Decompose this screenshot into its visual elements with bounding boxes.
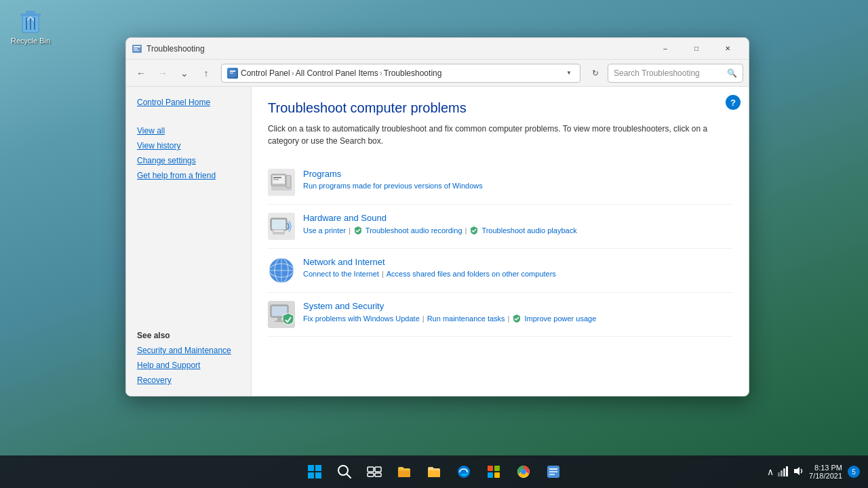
folder-button[interactable] bbox=[420, 458, 448, 485]
network-link-connect[interactable]: Connect to the Internet bbox=[303, 270, 379, 278]
maximize-button[interactable]: □ bbox=[681, 38, 712, 60]
programs-title[interactable]: Programs bbox=[303, 169, 732, 179]
svg-rect-56 bbox=[549, 471, 557, 472]
taskbar: ∧ 8:13 PM 7/ bbox=[0, 455, 868, 488]
edge-icon bbox=[456, 464, 471, 479]
programs-links: Run programs made for previous versions … bbox=[303, 182, 732, 190]
tray-network-icon[interactable] bbox=[778, 466, 789, 479]
programs-link-1[interactable]: Run programs made for previous versions … bbox=[303, 182, 483, 190]
file-explorer-icon bbox=[397, 464, 412, 479]
nav-bar: ← → ⌄ ↑ Control Panel › All Control Pane… bbox=[126, 60, 749, 87]
breadcrumb-all-items[interactable]: All Control Panel Items bbox=[296, 68, 378, 78]
task-view-button[interactable] bbox=[361, 458, 388, 485]
dropdown-button[interactable]: ⌄ bbox=[175, 64, 194, 83]
svg-rect-48 bbox=[488, 466, 493, 471]
network-links: Connect to the Internet | Access shared … bbox=[303, 270, 732, 278]
hardware-link-audio-rec[interactable]: Troubleshoot audio recording bbox=[366, 226, 462, 235]
svg-rect-43 bbox=[368, 473, 374, 476]
desktop: Recycle Bin Troubleshooting – □ ✕ ← → ⌄ … bbox=[0, 0, 868, 488]
sidebar-item-change-settings[interactable]: Change settings bbox=[126, 153, 251, 168]
shield-icon-1 bbox=[353, 226, 363, 235]
network-title[interactable]: Network and Internet bbox=[303, 257, 732, 267]
svg-rect-45 bbox=[398, 470, 410, 477]
svg-rect-36 bbox=[315, 465, 321, 471]
sidebar-item-help-support[interactable]: Help and Support bbox=[126, 358, 251, 373]
svg-rect-41 bbox=[368, 467, 374, 472]
breadcrumb: Control Panel › All Control Panel Items … bbox=[241, 68, 561, 78]
chrome-button[interactable] bbox=[510, 458, 537, 485]
svg-rect-34 bbox=[275, 321, 284, 322]
close-button[interactable]: ✕ bbox=[712, 38, 743, 60]
system-link-windows-update[interactable]: Fix problems with Windows Update bbox=[303, 314, 420, 323]
address-bar[interactable]: Control Panel › All Control Panel Items … bbox=[221, 64, 580, 83]
tray-volume-icon[interactable] bbox=[793, 466, 804, 479]
window-body: Control Panel Home View all View history… bbox=[126, 87, 749, 396]
svg-rect-12 bbox=[230, 73, 233, 74]
search-box[interactable]: 🔍 bbox=[608, 64, 743, 83]
svg-rect-17 bbox=[273, 177, 281, 178]
window-controls: – □ ✕ bbox=[650, 38, 743, 60]
svg-rect-44 bbox=[375, 473, 381, 476]
tray-time[interactable]: 8:13 PM 7/18/2021 bbox=[809, 464, 842, 480]
system-link-maintenance[interactable]: Run maintenance tasks bbox=[427, 314, 505, 323]
network-link-shared[interactable]: Access shared files and folders on other… bbox=[387, 270, 556, 278]
sidebar-divider bbox=[126, 110, 251, 123]
hardware-links: Use a printer | Troubleshoot audio recor… bbox=[303, 226, 732, 235]
hardware-link-audio-play[interactable]: Troubleshoot audio playback bbox=[481, 226, 576, 235]
system-link-power[interactable]: Improve power usage bbox=[524, 314, 596, 323]
sidebar-item-recovery[interactable]: Recovery bbox=[126, 373, 251, 388]
start-button[interactable] bbox=[301, 458, 328, 485]
forward-button[interactable]: → bbox=[153, 64, 172, 83]
taskbar-search[interactable] bbox=[331, 458, 358, 485]
title-bar: Troubleshooting – □ ✕ bbox=[126, 38, 749, 60]
taskbar-center bbox=[301, 458, 567, 485]
minimize-button[interactable]: – bbox=[650, 38, 681, 60]
edge-button[interactable] bbox=[450, 458, 477, 485]
notification-badge[interactable]: 5 bbox=[848, 466, 860, 478]
svg-rect-51 bbox=[494, 472, 500, 478]
svg-rect-2 bbox=[26, 11, 35, 14]
help-button[interactable]: ? bbox=[726, 95, 741, 110]
shield-icon-3 bbox=[512, 314, 521, 323]
svg-rect-38 bbox=[315, 472, 321, 479]
svg-rect-57 bbox=[549, 474, 555, 475]
file-explorer-button[interactable] bbox=[391, 458, 418, 485]
svg-rect-50 bbox=[488, 472, 493, 478]
store-button[interactable] bbox=[480, 458, 507, 485]
sidebar-item-view-all[interactable]: View all bbox=[126, 123, 251, 138]
windows-icon bbox=[307, 464, 323, 480]
tray-chevron[interactable]: ∧ bbox=[767, 466, 774, 477]
app9-button[interactable] bbox=[540, 458, 567, 485]
recycle-bin[interactable]: Recycle Bin bbox=[7, 7, 54, 45]
network-info: Network and Internet Connect to the Inte… bbox=[303, 257, 732, 278]
back-button[interactable]: ← bbox=[132, 64, 151, 83]
chrome-icon bbox=[516, 464, 531, 479]
system-title[interactable]: System and Security bbox=[303, 301, 732, 311]
sidebar-item-control-panel-home[interactable]: Control Panel Home bbox=[126, 95, 251, 110]
sidebar-spacer bbox=[126, 183, 251, 325]
system-links: Fix problems with Windows Update | Run m… bbox=[303, 314, 732, 323]
search-icon[interactable]: 🔍 bbox=[727, 68, 737, 78]
hardware-title[interactable]: Hardware and Sound bbox=[303, 213, 732, 223]
category-system: System and Security Fix problems with Wi… bbox=[268, 293, 732, 337]
up-button[interactable]: ↑ bbox=[197, 64, 216, 83]
svg-rect-9 bbox=[134, 49, 139, 51]
breadcrumb-troubleshooting[interactable]: Troubleshooting bbox=[384, 68, 442, 78]
system-info: System and Security Fix problems with Wi… bbox=[303, 301, 732, 323]
hardware-link-printer[interactable]: Use a printer bbox=[303, 226, 346, 235]
svg-rect-7 bbox=[134, 46, 140, 47]
refresh-button[interactable]: ↻ bbox=[586, 64, 605, 83]
address-dropdown-button[interactable]: ▼ bbox=[564, 64, 574, 83]
window-icon bbox=[132, 43, 142, 54]
task-view-icon bbox=[367, 464, 382, 479]
search-input[interactable] bbox=[614, 68, 724, 78]
address-icon bbox=[227, 68, 238, 79]
system-tray: ∧ 8:13 PM 7/ bbox=[759, 455, 868, 488]
breadcrumb-control-panel[interactable]: Control Panel bbox=[241, 68, 290, 78]
sidebar-item-view-history[interactable]: View history bbox=[126, 138, 251, 153]
folder-icon bbox=[427, 464, 441, 479]
category-network: Network and Internet Connect to the Inte… bbox=[268, 249, 732, 293]
sidebar-item-security[interactable]: Security and Maintenance bbox=[126, 343, 251, 358]
sidebar-item-get-help[interactable]: Get help from a friend bbox=[126, 168, 251, 183]
svg-rect-19 bbox=[286, 176, 291, 188]
